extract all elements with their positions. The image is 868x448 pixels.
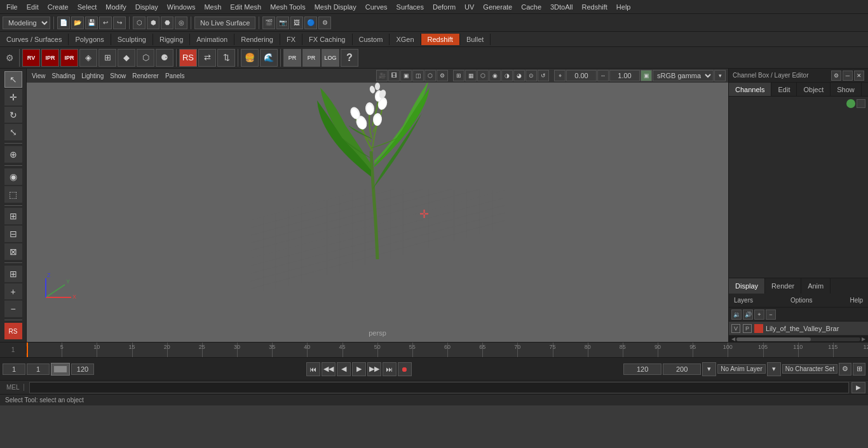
vp-value2-input[interactable] xyxy=(609,70,640,81)
anim-tab[interactable]: Anim xyxy=(801,278,831,294)
scrollbar-thumb[interactable] xyxy=(736,337,811,341)
render-tab[interactable]: Render xyxy=(765,278,801,294)
playback-extra-btn[interactable]: ⊞ xyxy=(853,363,865,376)
render-btn[interactable]: 🎬 xyxy=(262,17,275,29)
menu-item-generate[interactable]: Generate xyxy=(479,2,516,12)
layer-add-btn[interactable]: + xyxy=(754,309,764,320)
save-file-btn[interactable]: 💾 xyxy=(85,17,98,29)
layer-pickable-btn[interactable]: P xyxy=(743,324,752,333)
vp-value1-input[interactable] xyxy=(566,70,597,81)
menu-item-create[interactable]: Create xyxy=(44,2,72,12)
shelf-icon-rs13[interactable]: LOG xyxy=(322,49,339,67)
scrollbar-track[interactable] xyxy=(736,337,860,341)
layers-menu-options[interactable]: Options xyxy=(788,296,815,304)
tab-custom[interactable]: Custom xyxy=(353,34,390,45)
ipr-btn[interactable]: 📷 xyxy=(276,17,289,29)
layer-color-swatch[interactable] xyxy=(754,324,763,333)
shelf-icon-help[interactable]: ? xyxy=(341,49,358,67)
play-fwd-btn[interactable]: ▶ xyxy=(352,362,366,376)
char-set-arrow-btn[interactable]: ▾ xyxy=(767,362,781,376)
scroll-right-btn[interactable]: ▶ xyxy=(860,336,867,343)
view3-btn[interactable]: − xyxy=(4,301,22,317)
live-surface-btn[interactable]: No Live Surface xyxy=(194,17,255,29)
menu-item-modify[interactable]: Modify xyxy=(102,2,130,12)
shelf-icon-rs7[interactable]: ⇄ xyxy=(198,49,216,67)
paint-btn[interactable]: ⬣ xyxy=(161,17,173,29)
shading-menu-btn[interactable]: Shading xyxy=(50,72,78,80)
go-to-start-btn[interactable]: ⏮ xyxy=(306,362,320,376)
vp-settings-icon[interactable]: ⚙ xyxy=(437,70,448,81)
render2-btn[interactable]: 🖼 xyxy=(290,17,303,29)
panel-minimize-btn[interactable]: ─ xyxy=(843,71,853,81)
step-fwd-btn[interactable]: ▶▶ xyxy=(367,362,381,376)
snap2-btn[interactable]: ⊟ xyxy=(4,226,22,242)
shelf-icon-rs3[interactable]: ◆ xyxy=(118,49,135,67)
shelf-icon-rs8[interactable]: ⇅ xyxy=(217,49,235,67)
range-start-input[interactable] xyxy=(623,363,661,375)
tab-sculpting[interactable]: Sculpting xyxy=(111,34,153,45)
menu-item-display[interactable]: Display xyxy=(132,2,162,12)
prev-frame-btn[interactable]: ◀◀ xyxy=(322,362,336,376)
open-file-btn[interactable]: 📂 xyxy=(71,17,84,29)
tab-rigging[interactable]: Rigging xyxy=(153,34,190,45)
menu-item-uv[interactable]: UV xyxy=(461,2,478,12)
vp-obj-btn[interactable]: ◉ xyxy=(489,70,501,81)
shelf-icon-rs6[interactable]: RS xyxy=(179,49,197,67)
command-input[interactable] xyxy=(29,382,849,393)
record-btn[interactable]: ⏺ xyxy=(398,362,412,376)
tab-bullet[interactable]: Bullet xyxy=(460,34,491,45)
rotate-tool-btn[interactable]: ↻ xyxy=(4,107,22,123)
vp-wire-btn[interactable]: ⊙ xyxy=(526,70,537,81)
range-end-input[interactable] xyxy=(663,363,701,375)
snap3-btn[interactable]: ⊠ xyxy=(4,243,22,260)
anim-layer-arrow-btn[interactable]: ▾ xyxy=(702,362,716,376)
view2-btn[interactable]: + xyxy=(4,283,22,300)
view-btn[interactable]: ⊞ xyxy=(4,266,22,282)
tab-polygons[interactable]: Polygons xyxy=(69,34,111,45)
menu-item-surfaces[interactable]: Surfaces xyxy=(393,2,428,12)
shelf-gear-icon[interactable]: ⚙ xyxy=(3,49,17,67)
menu-item-deform[interactable]: Deform xyxy=(429,2,459,12)
shelf-icon-rs5[interactable]: ⚈ xyxy=(156,49,173,67)
playback-settings-btn[interactable]: ⚙ xyxy=(839,363,851,376)
redo-btn[interactable]: ↪ xyxy=(113,17,126,29)
new-file-btn[interactable]: 📄 xyxy=(57,17,70,29)
character-set-selector[interactable]: No Character Set xyxy=(782,364,837,374)
timeline-ruler[interactable]: const tlData = JSON.parse(document.getEl… xyxy=(27,343,868,357)
color-indicator-green[interactable] xyxy=(846,99,855,108)
channels-tab[interactable]: Channels xyxy=(729,83,771,96)
tab-fx-caching[interactable]: FX Caching xyxy=(302,34,352,45)
vp-camera-btn[interactable]: 🎥 xyxy=(376,70,388,81)
snap-btn[interactable]: ⊞ xyxy=(4,208,22,224)
shelf-icon-rs4[interactable]: ⬡ xyxy=(137,49,154,67)
shelf-icon-rs1[interactable]: ◈ xyxy=(79,49,97,67)
step-back-btn[interactable]: ◀ xyxy=(337,362,351,376)
menu-item-3dtoall[interactable]: 3DtoAll xyxy=(546,2,576,12)
shelf-icon-rs2[interactable]: ⊞ xyxy=(98,49,116,67)
menu-item-edit[interactable]: Edit xyxy=(23,2,43,12)
vp-grid2-btn[interactable]: ▦ xyxy=(465,70,477,81)
menu-item-mesh-display[interactable]: Mesh Display xyxy=(311,2,360,12)
menu-item-edit-mesh[interactable]: Edit Mesh xyxy=(226,2,265,12)
lasso-btn[interactable]: ⬢ xyxy=(147,17,159,29)
layers-menu-help[interactable]: Help xyxy=(847,296,865,304)
renderer-menu-btn[interactable]: Renderer xyxy=(130,72,161,80)
lighting-menu-btn[interactable]: Lighting xyxy=(79,72,106,80)
menu-item-help[interactable]: Help xyxy=(613,2,635,12)
frame-range-indicator[interactable] xyxy=(51,363,70,376)
anim-layer-selector[interactable]: No Anim Layer xyxy=(717,364,766,374)
panels-menu-btn[interactable]: Panels xyxy=(163,72,187,80)
menu-item-windows[interactable]: Windows xyxy=(163,2,200,12)
vp-gamma-select[interactable]: sRGB gamma xyxy=(653,70,714,81)
vp-render-icon[interactable]: ▣ xyxy=(400,70,412,81)
menu-item-redshift[interactable]: Redshift xyxy=(578,2,611,12)
scale-tool-btn[interactable]: ⤡ xyxy=(4,124,22,140)
menu-item-cache[interactable]: Cache xyxy=(517,2,545,12)
tab-xgen[interactable]: XGen xyxy=(390,34,421,45)
shelf-icon-rs12[interactable]: PR xyxy=(302,49,320,67)
select-tool-btn[interactable]: ⬡ xyxy=(133,17,146,29)
color-picker-btn[interactable] xyxy=(857,99,865,108)
edit-tab[interactable]: Edit xyxy=(771,83,797,96)
vp-rig-btn[interactable]: ⬡ xyxy=(477,70,489,81)
shelf-icon-ipr[interactable]: IPR xyxy=(41,49,59,67)
